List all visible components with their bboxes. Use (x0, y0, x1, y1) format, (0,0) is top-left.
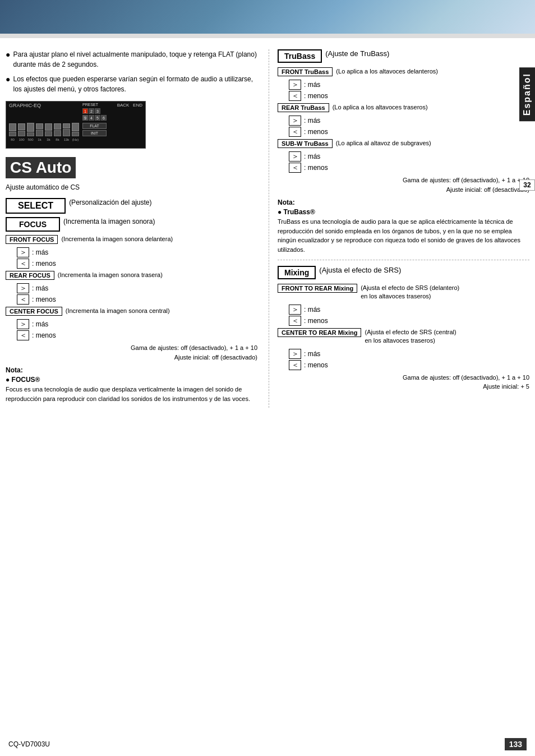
trubass-range-note: Gama de ajustes: off (desactivado), + 1 … (289, 176, 529, 194)
front-to-rear-button[interactable]: FRONT TO REAR Mixing (278, 284, 357, 293)
right-column: TruBass (Ajuste de TruBass) FRONT TruBas… (269, 49, 529, 408)
trubass-title-row: TruBass (Ajuste de TruBass) (278, 49, 529, 63)
rear-focus-more: ＞ : más (17, 283, 257, 293)
center-to-rear-more-label: : más (304, 350, 320, 358)
center-focus-row: CENTER FOCUS (Incrementa la imagen sonor… (6, 307, 257, 316)
center-focus-less-label: : menos (32, 331, 56, 339)
front-to-rear-controls: ＞ : más ＜ : menos (289, 305, 529, 326)
bullet-dot-1: ● (6, 49, 10, 70)
center-to-rear-more: ＞ : más (289, 349, 529, 359)
bullet-text-2: Los efectos que pueden esperarse varían … (13, 74, 257, 94)
front-trubass-row: FRONT TruBass (Lo aplica a los altavoces… (278, 67, 529, 76)
focus-range-line1: Gama de ajustes: off (desactivado), + 1 … (17, 343, 257, 353)
rear-focus-row: REAR FOCUS (Incrementa la imagen sonora … (6, 271, 257, 280)
front-trubass-more: ＞ : más (289, 80, 529, 90)
front-focus-less-btn[interactable]: ＜ (17, 259, 29, 269)
subw-trubass-description: (Lo aplica al altavoz de subgraves) (336, 139, 431, 147)
center-to-rear-button[interactable]: CENTER TO REAR Mixing (278, 328, 361, 337)
front-to-rear-more-label: : más (304, 306, 320, 314)
front-to-rear-less-btn[interactable]: ＜ (289, 316, 301, 326)
espanol-tab: Español (519, 67, 535, 121)
center-to-rear-less: ＜ : menos (289, 360, 529, 370)
select-button[interactable]: SELECT (6, 198, 66, 214)
subw-trubass-more-btn[interactable]: ＞ (289, 151, 301, 162)
front-trubass-more-btn[interactable]: ＞ (289, 80, 301, 90)
subw-trubass-less-label: : menos (304, 164, 328, 172)
front-focus-controls: ＞ : más ＜ : menos (17, 247, 257, 269)
cs-auto-section: CS Auto Ajuste automático de CS SELECT (… (6, 157, 257, 403)
front-to-rear-row: FRONT TO REAR Mixing (Ajusta el efecto d… (278, 284, 529, 301)
rear-trubass-less-btn[interactable]: ＜ (289, 127, 301, 137)
footer-model: CQ-VD7003U (8, 740, 50, 748)
subw-trubass-less-btn[interactable]: ＜ (289, 163, 301, 173)
rear-focus-less-btn[interactable]: ＜ (17, 294, 29, 305)
bullet-dot-2: ● (6, 73, 10, 94)
front-to-rear-description: (Ajusta el efecto de SRS (delantero) en … (361, 284, 459, 301)
front-focus-row: FRONT FOCUS (Incrementa la imagen sonora… (6, 235, 257, 244)
focus-button[interactable]: FOCUS (6, 217, 60, 232)
center-to-rear-more-btn[interactable]: ＞ (289, 349, 301, 359)
rear-focus-description: (Incrementa la imagen sonora trasera) (58, 271, 163, 279)
trubass-title-button[interactable]: TruBass (278, 49, 322, 63)
focus-description: (Incrementa la imagen sonora) (63, 217, 155, 227)
center-to-rear-controls: ＞ : más ＜ : menos (289, 349, 529, 370)
rear-trubass-button[interactable]: REAR TruBass (278, 103, 329, 112)
center-focus-less-btn[interactable]: ＜ (17, 330, 29, 340)
focus-label: ● FOCUS® (6, 376, 257, 384)
bullet-item-2: ● Los efectos que pueden esperarse varía… (6, 74, 257, 94)
section-divider (278, 260, 529, 260)
left-nota: Nota: ● FOCUS® Focus es una tecnología d… (6, 366, 257, 403)
rear-focus-button[interactable]: REAR FOCUS (6, 271, 54, 280)
center-focus-description: (Incrementa la imagen sonora central) (66, 307, 170, 315)
rear-trubass-more-btn[interactable]: ＞ (289, 116, 301, 126)
select-description: (Personalización del ajuste) (69, 198, 151, 208)
focus-text: Focus es una tecnología de audio que des… (6, 385, 257, 403)
subw-trubass-row: SUB-W TruBass (Lo aplica al altavoz de s… (278, 139, 529, 148)
rear-trubass-more: ＞ : más (289, 116, 529, 126)
cs-auto-title: CS Auto (6, 157, 76, 178)
eq-title-label: GRAPHIC-EQ (9, 103, 41, 108)
front-to-rear-more-btn[interactable]: ＞ (289, 305, 301, 315)
mixing-section: Mixing (Ajusta el efecto de SRS) FRONT T… (278, 266, 529, 391)
rear-trubass-controls: ＞ : más ＜ : menos (289, 116, 529, 137)
bullet-text-1: Para ajustar plano el nivel actualmente … (13, 49, 257, 70)
mixing-range-line1: Gama de ajustes: off (desactivado), + 1 … (289, 373, 529, 382)
eq-title-row: GRAPHIC-EQ BACK END (6, 102, 145, 109)
front-focus-less: ＜ : menos (17, 259, 257, 269)
top-banner (0, 0, 535, 38)
left-column: ● Para ajustar plano el nivel actualment… (6, 49, 263, 408)
front-focus-button[interactable]: FRONT FOCUS (6, 235, 58, 244)
mixing-title-button[interactable]: Mixing (278, 266, 316, 279)
footer: CQ-VD7003U 133 (0, 738, 535, 750)
rear-trubass-more-label: : más (304, 117, 320, 125)
front-to-rear-less-label: : menos (304, 317, 328, 325)
front-focus-more-btn[interactable]: ＞ (17, 247, 29, 257)
subw-trubass-button[interactable]: SUB-W TruBass (278, 139, 333, 148)
front-to-rear-less: ＜ : menos (289, 316, 529, 326)
cs-auto-subtitle: Ajuste automático de CS (6, 183, 257, 191)
front-trubass-description: (Lo aplica a los altavoces delanteros) (336, 67, 438, 76)
center-focus-less: ＜ : menos (17, 330, 257, 340)
center-to-rear-row: CENTER TO REAR Mixing (Ajusta el efecto … (278, 328, 529, 345)
center-focus-more: ＞ : más (17, 319, 257, 329)
page-number-box: 32 (519, 179, 535, 191)
focus-range-line2: Ajuste inicial: off (desactivado) (17, 353, 257, 362)
focus-row: FOCUS (Incrementa la imagen sonora) (6, 217, 257, 232)
center-focus-more-btn[interactable]: ＞ (17, 319, 29, 329)
front-trubass-less-btn[interactable]: ＜ (289, 91, 301, 101)
left-nota-title: Nota: (6, 366, 257, 374)
focus-range-note: Gama de ajustes: off (desactivado), + 1 … (17, 343, 257, 362)
rear-focus-more-btn[interactable]: ＞ (17, 283, 29, 293)
trubass-label: ● TruBass® (278, 208, 529, 216)
rear-trubass-less-label: : menos (304, 128, 328, 136)
rear-trubass-row: REAR TruBass (Lo aplica a los altavoces … (278, 103, 529, 112)
rear-focus-more-label: : más (32, 284, 48, 292)
center-to-rear-less-btn[interactable]: ＜ (289, 360, 301, 370)
center-focus-more-label: : más (32, 320, 48, 328)
front-trubass-button[interactable]: FRONT TruBass (278, 67, 333, 76)
mixing-description: (Ajusta el efecto de SRS) (319, 266, 401, 274)
center-focus-controls: ＞ : más ＜ : menos (17, 319, 257, 340)
center-focus-button[interactable]: CENTER FOCUS (6, 307, 62, 316)
center-to-rear-description: (Ajusta el efecto de SRS (central) en lo… (365, 328, 456, 345)
mixing-range-line2: Ajuste inicial: + 5 (289, 382, 529, 391)
